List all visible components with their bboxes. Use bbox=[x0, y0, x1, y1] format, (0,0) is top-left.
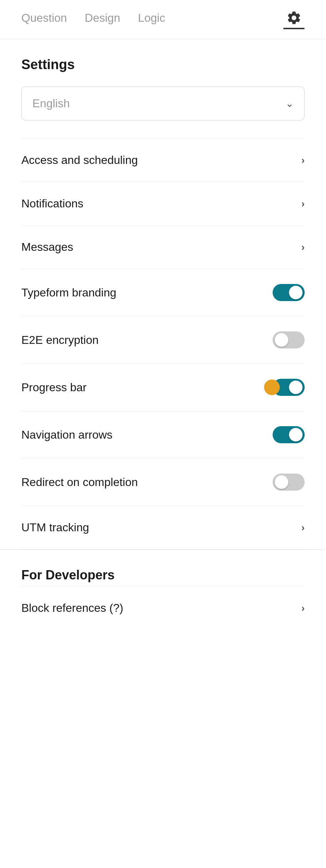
toggle-thumb bbox=[275, 475, 288, 489]
chevron-down-icon: ⌄ bbox=[285, 98, 294, 109]
gear-icon-button[interactable] bbox=[286, 10, 302, 26]
top-navigation: Question Design Logic bbox=[0, 0, 326, 39]
settings-item-navigation-arrows[interactable]: Navigation arrows bbox=[21, 411, 305, 459]
tab-question[interactable]: Question bbox=[21, 11, 67, 27]
settings-item-label: Messages bbox=[21, 241, 73, 254]
settings-item-notifications[interactable]: Notifications › bbox=[21, 182, 305, 226]
settings-item-label: Progress bar bbox=[21, 381, 86, 394]
settings-gear-wrapper bbox=[283, 10, 305, 29]
gear-active-indicator bbox=[283, 28, 305, 29]
settings-item-messages[interactable]: Messages › bbox=[21, 226, 305, 269]
settings-title: Settings bbox=[21, 57, 305, 72]
settings-item-label: UTM tracking bbox=[21, 521, 89, 534]
settings-item-label: Typeform branding bbox=[21, 286, 116, 299]
settings-item-label: E2E encryption bbox=[21, 334, 99, 347]
navigation-arrows-toggle[interactable] bbox=[273, 426, 305, 443]
tab-logic[interactable]: Logic bbox=[138, 11, 165, 27]
chevron-right-icon: › bbox=[301, 603, 305, 614]
settings-item-e2e-encryption[interactable]: E2E encryption bbox=[21, 316, 305, 364]
developers-section-title: For Developers bbox=[0, 550, 326, 586]
settings-panel: Settings English ⌄ Access and scheduling… bbox=[0, 39, 326, 549]
dev-settings-item-label: Block references (?) bbox=[21, 601, 123, 615]
progress-indicator-dot bbox=[264, 379, 280, 395]
settings-item-typeform-branding[interactable]: Typeform branding bbox=[21, 269, 305, 316]
typeform-branding-toggle[interactable] bbox=[273, 284, 305, 301]
settings-list: Access and scheduling › Notifications › … bbox=[21, 138, 305, 549]
toggle-thumb bbox=[289, 286, 303, 299]
settings-item-label: Notifications bbox=[21, 197, 83, 210]
chevron-right-icon: › bbox=[301, 155, 305, 166]
settings-item-label: Navigation arrows bbox=[21, 428, 112, 441]
gear-icon bbox=[286, 10, 302, 26]
settings-item-label: Access and scheduling bbox=[21, 154, 138, 167]
settings-item-progress-bar[interactable]: Progress bar bbox=[21, 364, 305, 411]
developers-section: For Developers Block references (?) › bbox=[0, 549, 326, 630]
e2e-encryption-toggle[interactable] bbox=[273, 331, 305, 348]
toggle-thumb bbox=[289, 381, 303, 394]
dev-settings-item-block-references[interactable]: Block references (?) › bbox=[21, 586, 305, 630]
settings-item-access-scheduling[interactable]: Access and scheduling › bbox=[21, 138, 305, 182]
chevron-right-icon: › bbox=[301, 198, 305, 210]
redirect-on-completion-toggle[interactable] bbox=[273, 474, 305, 491]
chevron-right-icon: › bbox=[301, 522, 305, 533]
toggle-thumb bbox=[275, 333, 288, 347]
settings-item-label: Redirect on completion bbox=[21, 476, 138, 489]
chevron-right-icon: › bbox=[301, 242, 305, 253]
settings-item-redirect-on-completion[interactable]: Redirect on completion bbox=[21, 459, 305, 506]
developers-settings-list: Block references (?) › bbox=[0, 586, 326, 630]
settings-item-utm-tracking[interactable]: UTM tracking › bbox=[21, 506, 305, 549]
toggle-thumb bbox=[289, 428, 303, 441]
language-value: English bbox=[32, 97, 70, 110]
tab-design[interactable]: Design bbox=[85, 11, 120, 27]
language-dropdown[interactable]: English ⌄ bbox=[21, 87, 305, 120]
